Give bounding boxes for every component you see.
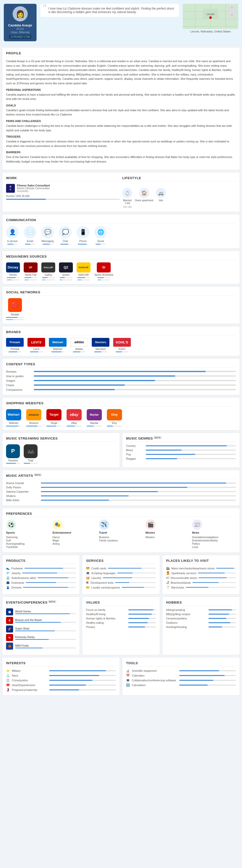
world-series-name: World Series bbox=[15, 610, 76, 613]
si-bar1 bbox=[98, 277, 110, 278]
apartment-label: Owns apartment bbox=[135, 199, 153, 202]
calendars-icon: 📅 bbox=[126, 674, 130, 677]
charts-label: Charts bbox=[6, 384, 31, 387]
calculators-icon: 🔢 bbox=[126, 683, 130, 687]
profile-link[interactable]: JCPENNEY.COM bbox=[9, 35, 31, 39]
brand-skechers: Skechers Skechers bbox=[92, 338, 109, 352]
svg-point-9 bbox=[209, 17, 212, 19]
products-section: PRODUCTS 👟 Footwear 💎 Jewelry 👔 Suits/bu… bbox=[2, 555, 80, 594]
streaming-pandora: P Pandora bbox=[6, 444, 20, 464]
reddit-icon: 🔴 bbox=[8, 298, 22, 312]
dresses-bar-fill bbox=[23, 587, 68, 588]
collaboration-bar-bg bbox=[179, 680, 236, 681]
pregnancy-icon: 🤰 bbox=[6, 688, 10, 692]
content-charts: Charts bbox=[6, 384, 236, 387]
navy-label: Navy bbox=[12, 674, 47, 677]
quote-box: I love how Liz Claiborne dresses make me… bbox=[41, 4, 179, 17]
beaches-label: Beaches/islands bbox=[171, 581, 191, 584]
pref-swimming: Swimming bbox=[6, 536, 50, 539]
family-value-label: Focus on family bbox=[86, 608, 126, 611]
news-pref-icon: 📰 bbox=[192, 520, 202, 530]
pref-travel: ✈️ Travel Business Family vacations bbox=[99, 520, 143, 549]
work-company-name: Resort Lifestyle Communities bbox=[17, 187, 50, 190]
shop-ebay: eBay eBay bbox=[66, 409, 82, 427]
howto-bar-bg bbox=[34, 375, 236, 377]
service-credit-cards: 💳 Credit cards bbox=[86, 566, 156, 570]
privacy-bar-bg bbox=[128, 626, 156, 627]
values-section: VALUES Focus on family Healthy/fit livin… bbox=[82, 596, 160, 655]
beauty-beast-bar-fill bbox=[15, 622, 61, 623]
kohls-bar bbox=[116, 351, 128, 352]
music-streaming-section: MUSIC STREAMING SERVICES P Pandora △△ Ti… bbox=[2, 433, 120, 468]
gallup-bar1 bbox=[42, 277, 55, 278]
comm-phone: 📱 Phone bbox=[77, 226, 89, 245]
communication-section: COMMUNICATION 👤 In person ✉️ Email 💬 Mes… bbox=[2, 214, 240, 249]
place-beaches: 🏖 Beaches/islands bbox=[166, 581, 236, 585]
music-streaming-genres-row: MUSIC STREAMING SERVICES P Pandora △△ Ti… bbox=[2, 433, 240, 468]
tool-scientific: 🔬 Scientific equipment bbox=[126, 669, 236, 673]
billie-label: Billie Eilish bbox=[6, 499, 39, 502]
interest-navy: ⚓ Navy bbox=[6, 674, 116, 677]
quote-text: I love how Liz Claiborne dresses make me… bbox=[43, 7, 176, 14]
events-title: EVENTS/CONFERENCESBETA bbox=[6, 600, 76, 606]
in-person-label: In person bbox=[7, 240, 18, 243]
sabrina-bar-bg bbox=[41, 491, 236, 492]
products-services-places: PRODUCTS 👟 Footwear 💎 Jewelry 👔 Suits/bu… bbox=[2, 555, 240, 594]
shop-etsy: Etsy Etsy bbox=[107, 409, 122, 427]
pop-label: Pop bbox=[126, 453, 144, 456]
ceramics-bar-bg bbox=[209, 618, 236, 619]
artist-billie: Billie Eilish bbox=[6, 499, 236, 502]
product-dresses: 👗 Dresses bbox=[6, 586, 76, 589]
value-family: Focus on family bbox=[86, 608, 156, 611]
shop-ebay-label: eBay bbox=[71, 422, 77, 425]
howto-label: How to guides bbox=[6, 375, 31, 378]
shop-walmart-logo: Walmart bbox=[6, 409, 21, 421]
preferences-section: PREFERENCES ⚽ Sports Swimming Golf Runni… bbox=[2, 508, 240, 553]
billie-bar-bg bbox=[41, 500, 236, 501]
aspirations-text: Candela aspires to have a balanced and f… bbox=[6, 93, 236, 101]
media-quartz: QZ Quartz bbox=[59, 262, 73, 280]
pop-bar-fill bbox=[146, 454, 195, 455]
disney-bar2 bbox=[7, 280, 20, 280]
reddit-bar2 bbox=[6, 319, 24, 320]
married-label: Married1 kid bbox=[123, 199, 132, 205]
company-logo: RC bbox=[6, 184, 15, 193]
credit-cards-bar-bg bbox=[108, 568, 156, 568]
lifestyle-item-apartment: 🏠 Owns apartment bbox=[135, 188, 153, 208]
sports-pref-title: Sports bbox=[6, 531, 50, 534]
footwear-bar-bg bbox=[24, 568, 76, 568]
work-title: WORK bbox=[6, 176, 120, 181]
pregnancy-label: Pregnancy/maternity bbox=[12, 688, 47, 691]
value-healthy-fit: Healthy/fit living bbox=[86, 613, 156, 616]
chat-icon: 💭 bbox=[59, 226, 72, 239]
artist-rows: Ariana Grande Dolly Parton Sabrina Carpe… bbox=[6, 482, 236, 502]
skechers-bar bbox=[94, 351, 107, 352]
lifestyle-title: LIFESTYLE bbox=[122, 176, 236, 181]
bbq-bar-bg bbox=[209, 614, 236, 615]
preferences-title: PREFERENCES bbox=[6, 512, 236, 517]
images-label: Images bbox=[6, 379, 31, 382]
vf-bar1 bbox=[24, 277, 37, 278]
charts-bar-bg bbox=[34, 384, 236, 386]
loyalty-bar-bg bbox=[122, 587, 156, 588]
event-world-series: ⚾ World Series bbox=[6, 608, 76, 615]
shop-target-logo: Target bbox=[46, 409, 61, 421]
tidal-label: Tidal bbox=[28, 459, 33, 462]
aspirations-title: PERSONAL ASPIRATIONS bbox=[6, 88, 236, 91]
levis-bar bbox=[30, 351, 43, 352]
scripting-icon: 💻 bbox=[86, 571, 90, 575]
walmart-label: Walmart bbox=[53, 348, 62, 350]
quartz-bar2 bbox=[60, 280, 72, 280]
reddit-label: Reddit bbox=[11, 313, 19, 316]
products-title: PRODUCTS bbox=[6, 559, 76, 564]
billie-bar-fill bbox=[41, 500, 109, 501]
movies-pref-title: Movies bbox=[145, 531, 189, 534]
social-net-row: 🔴 Reddit bbox=[6, 298, 236, 320]
bars-label: Bars/clubs bbox=[171, 586, 184, 589]
super-bowl-bar-fill bbox=[15, 630, 55, 631]
disney-label: Disney bbox=[9, 274, 17, 276]
loyalty-icon: 🎫 bbox=[86, 586, 90, 589]
kentucky-derby-bar-fill bbox=[15, 639, 49, 640]
social-networks-title: SOCIAL NETWORKS bbox=[6, 290, 236, 296]
artists-beta: BETA bbox=[34, 473, 42, 476]
